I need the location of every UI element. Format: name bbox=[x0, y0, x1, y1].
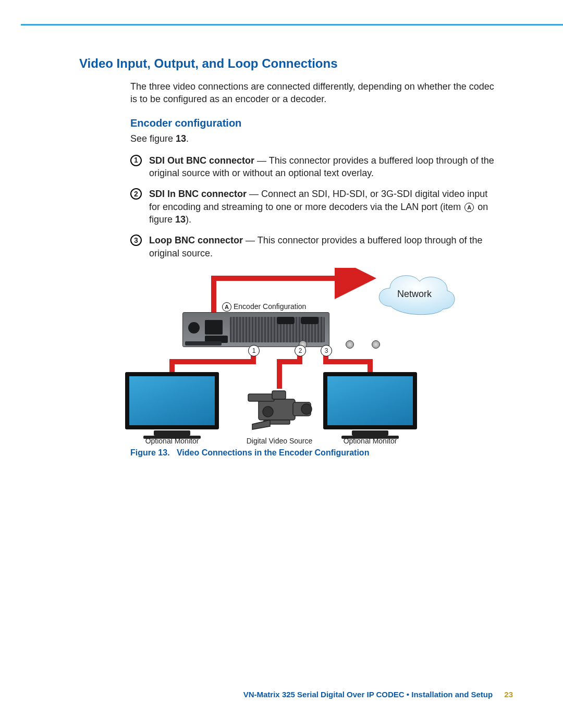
callout-3-icon: 3 bbox=[321, 345, 332, 356]
see-prefix: See figure bbox=[130, 133, 176, 144]
sfp-slot-icon bbox=[205, 336, 228, 343]
section-heading: Video Input, Output, and Loop Connection… bbox=[79, 56, 496, 71]
camera-icon bbox=[243, 389, 316, 433]
encoder-config-label: Encoder Configuration bbox=[234, 302, 306, 311]
header-rule bbox=[21, 24, 563, 26]
page-number: 23 bbox=[504, 690, 513, 699]
encoder-config-annotation: AEncoder Configuration bbox=[221, 302, 306, 312]
figure-13: Network AEncoder Configuration bbox=[130, 268, 454, 445]
svg-rect-3 bbox=[248, 394, 274, 401]
item-number-icon: 1 bbox=[130, 155, 142, 166]
item-title: Loop BNC connector bbox=[149, 235, 243, 245]
cloud-label: Network bbox=[370, 289, 459, 300]
bnc-connector-icon bbox=[346, 340, 354, 349]
network-cloud-icon: Network bbox=[370, 265, 459, 322]
svg-point-6 bbox=[263, 406, 273, 417]
numbered-item-list: 1 SDI Out BNC connector — This connector… bbox=[130, 154, 496, 260]
serial-port-icon bbox=[277, 317, 295, 324]
subsection-heading: Encoder configuration bbox=[130, 117, 496, 129]
monitor-left-icon bbox=[125, 372, 219, 439]
item-dash: — bbox=[247, 189, 261, 199]
monitor-left-label: Optional Monitor bbox=[125, 437, 219, 445]
item-3: 3 Loop BNC connector — This connector pr… bbox=[130, 234, 496, 260]
page: Video Input, Output, and Loop Connection… bbox=[0, 0, 563, 728]
see-figure-line: See figure 13. bbox=[130, 132, 496, 145]
inline-ref-letter-icon: A bbox=[464, 203, 474, 212]
figure-caption: Figure 13. Video Connections in the Enco… bbox=[130, 448, 496, 458]
bnc-connector-icon bbox=[372, 340, 380, 349]
item-text-c: ). bbox=[186, 214, 191, 225]
codec-device-icon bbox=[182, 312, 329, 347]
item-2: 2 SDI In BNC connector — Connect an SDI,… bbox=[130, 188, 496, 226]
monitor-right-label: Optional Monitor bbox=[323, 437, 417, 445]
monitor-right-icon bbox=[323, 372, 417, 439]
see-figure-number: 13 bbox=[176, 133, 186, 144]
svg-point-2 bbox=[301, 404, 312, 414]
item-title: SDI Out BNC connector bbox=[149, 155, 254, 166]
power-port-icon bbox=[188, 322, 200, 334]
footer-text: VN-Matrix 325 Serial Digital Over IP COD… bbox=[243, 690, 493, 699]
item-dash: — bbox=[254, 155, 269, 166]
callout-1-icon: 1 bbox=[248, 345, 260, 356]
item-title: SDI In BNC connector bbox=[149, 189, 247, 199]
lan-port-icon bbox=[205, 320, 223, 335]
figure-title: Video Connections in the Encoder Configu… bbox=[177, 448, 370, 457]
item-number-icon: 3 bbox=[130, 235, 142, 246]
serial-port-icon bbox=[301, 317, 319, 324]
encoder-letter-icon: A bbox=[222, 302, 231, 312]
callout-2-icon: 2 bbox=[295, 345, 306, 356]
svg-rect-4 bbox=[272, 391, 286, 399]
item-dash: — bbox=[243, 235, 258, 245]
page-footer: VN-Matrix 325 Serial Digital Over IP COD… bbox=[0, 690, 513, 699]
see-suffix: . bbox=[186, 133, 189, 144]
intro-paragraph: The three video connections are connecte… bbox=[130, 80, 496, 106]
figure-wrapper: Network AEncoder Configuration bbox=[130, 268, 496, 458]
item-number-icon: 2 bbox=[130, 188, 142, 200]
camera-label: Digital Video Source bbox=[232, 437, 326, 445]
inline-figure-ref: 13 bbox=[175, 214, 186, 225]
content-area: Video Input, Output, and Loop Connection… bbox=[79, 56, 496, 458]
figure-number: Figure 13. bbox=[130, 448, 170, 457]
item-1: 1 SDI Out BNC connector — This connector… bbox=[130, 154, 496, 180]
